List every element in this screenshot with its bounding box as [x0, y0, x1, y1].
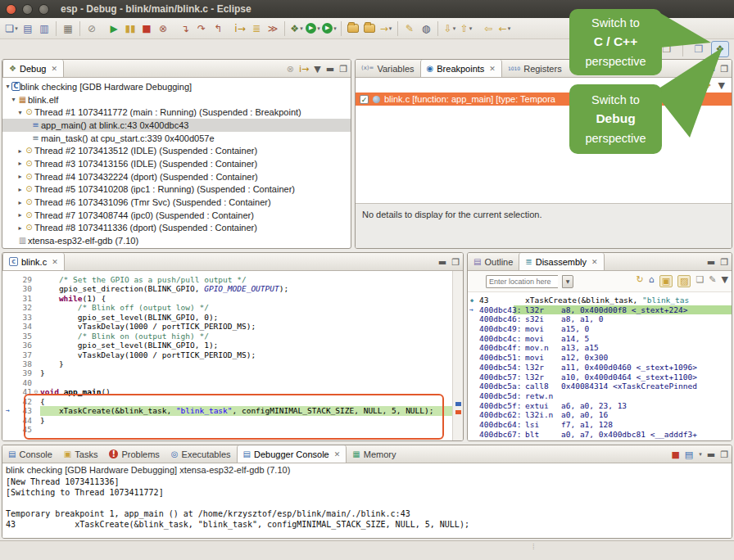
minimize-button[interactable]: ▬	[438, 258, 446, 267]
tab-debug[interactable]: ❖ Debug ✕	[2, 60, 64, 77]
tree-item[interactable]: ▸⊙Thread #3 1073413156 (IDLE) (Suspended…	[2, 157, 351, 170]
tree-expander-icon[interactable]: ▸	[16, 160, 24, 167]
open-element-button[interactable]: ◍	[418, 20, 434, 37]
save-button[interactable]: ▤	[20, 20, 36, 37]
instruction-stepping-mode-button[interactable]: i→	[299, 65, 309, 74]
dropdown-arrow-icon[interactable]: ▾	[453, 25, 456, 32]
display-selected-console-button[interactable]: ▤	[685, 450, 693, 459]
dropdown-arrow-icon[interactable]: ▾	[469, 25, 473, 32]
tree-item[interactable]: ▸⊙Thread #2 1073413512 (IDLE) (Suspended…	[2, 144, 351, 157]
tree-item[interactable]: ▾⊙Thread #1 1073411772 (main : Running) …	[2, 106, 351, 119]
overview-ruler[interactable]	[452, 271, 463, 440]
minimize-button[interactable]: ▬	[326, 65, 334, 74]
tree-expander-icon[interactable]: ▾	[10, 96, 17, 103]
tree-item[interactable]: ▸⊙Thread #5 1073410208 (ipc1 : Running) …	[2, 183, 351, 196]
tree-expander-icon[interactable]: ▸	[16, 199, 24, 206]
maximize-button[interactable]: ❐	[720, 258, 728, 267]
tree-item[interactable]: ≡main_task() at cpu_start.c:339 0x400d05…	[2, 132, 351, 145]
tree-item[interactable]: ▸⊙Thread #4 1073432224 (dport) (Suspende…	[2, 170, 351, 183]
view-menu-button[interactable]: ▼	[722, 275, 728, 287]
console-tab-problems[interactable]: !Problems	[103, 445, 165, 463]
use-step-filters-button[interactable]: ≣	[248, 20, 265, 37]
disasm-tab-outline[interactable]: ▤Outline	[468, 253, 519, 270]
tree-expander-icon[interactable]: ▾	[4, 83, 11, 90]
close-tab-icon[interactable]: ✕	[489, 65, 496, 73]
close-tab-icon[interactable]: ✕	[51, 65, 57, 73]
tree-item[interactable]: ▸⊙Thread #8 1073411336 (dport) (Suspende…	[2, 222, 351, 235]
new-wizard-button[interactable]: ❏▾	[3, 20, 20, 37]
dropdown-arrow-icon[interactable]: ▾	[333, 25, 337, 32]
refresh-button[interactable]: ↻	[636, 275, 643, 287]
console-tab-executables[interactable]: ◎Executables	[165, 445, 237, 463]
next-annotation-button[interactable]: ⇩▾	[442, 20, 458, 37]
fold-icon[interactable]: ⊖	[32, 387, 40, 396]
dropdown-arrow-icon[interactable]: ▾	[508, 25, 511, 32]
minimize-button[interactable]: ▬	[707, 450, 715, 459]
link-with-debug-context-button[interactable]: ▣	[659, 275, 673, 287]
resume-button[interactable]: ▶	[106, 20, 122, 37]
sash-grip[interactable]: ⁞	[532, 543, 535, 551]
tree-item[interactable]: ≡app_main() at blink.c:43 0x400dbc43	[2, 119, 351, 132]
instruction-stepping-button[interactable]: i→	[232, 20, 248, 37]
terminate-console-button[interactable]: ■	[671, 450, 679, 459]
build-button[interactable]: ▦	[60, 20, 76, 37]
external-tools-button[interactable]: ▶▾	[321, 20, 338, 37]
minimize-button[interactable]: ▬	[707, 258, 715, 267]
open-new-view-button[interactable]: ❏	[695, 275, 704, 287]
tree-item[interactable]: ▸⊙Thread #7 1073408744 (ipc0) (Suspended…	[2, 209, 351, 222]
window-minimize-button[interactable]	[22, 4, 33, 15]
breakpoint-checkbox[interactable]: ✓	[360, 95, 369, 104]
tree-item[interactable]: ▾Cblink checking [GDB Hardware Debugging…	[2, 80, 351, 93]
home-button[interactable]: ⌂	[649, 275, 655, 287]
open-folder-button[interactable]	[361, 20, 378, 37]
console-tab-tasks[interactable]: ▣Tasks	[58, 445, 104, 463]
dropdown-arrow-icon[interactable]: ▾	[699, 451, 702, 458]
remove-all-terminated-button[interactable]: ⊗	[287, 65, 294, 74]
save-all-button[interactable]: ▥	[36, 20, 52, 37]
location-input[interactable]	[486, 275, 558, 288]
close-tab-icon[interactable]: ✕	[334, 450, 341, 458]
right-tab-variables[interactable]: (x)=Variables	[356, 60, 420, 77]
search-button[interactable]: ✎	[401, 20, 418, 37]
debug-button[interactable]: ❖▾	[288, 20, 305, 37]
pin-button[interactable]: ✎	[709, 275, 716, 287]
dropdown-arrow-icon[interactable]: ▾	[15, 25, 18, 32]
tree-expander-icon[interactable]: ▾	[16, 109, 24, 116]
console-tab-debugger-console[interactable]: ▤Debugger Console✕	[237, 445, 347, 463]
debugger-console-output[interactable]: blink checking [GDB Hardware Debugging] …	[2, 463, 732, 538]
tree-expander-icon[interactable]: ▸	[16, 224, 24, 232]
close-tab-icon[interactable]: ✕	[52, 258, 58, 266]
tab-blink-c[interactable]: c blink.c ✕	[2, 253, 65, 270]
window-close-button[interactable]	[6, 4, 16, 15]
maximize-button[interactable]: ❐	[720, 450, 728, 459]
previous-annotation-button[interactable]: ⇧▾	[458, 20, 474, 37]
right-tab-registers[interactable]: 1010Registers	[502, 60, 568, 77]
step-into-button[interactable]: ↴	[177, 20, 193, 37]
tree-expander-icon[interactable]: ▸	[16, 211, 24, 219]
console-tab-memory[interactable]: ▦Memory	[347, 445, 401, 463]
code-editor[interactable]: 29 /* Set the GPIO as a push/pull output…	[2, 271, 452, 440]
close-tab-icon[interactable]: ✕	[591, 258, 598, 266]
show-source-button[interactable]: ▨	[677, 275, 691, 287]
dropdown-arrow-icon[interactable]: ▾	[389, 25, 392, 32]
disconnect-button[interactable]: ⊗	[155, 20, 171, 37]
tree-expander-icon[interactable]: ▸	[16, 173, 24, 180]
console-tab-console[interactable]: ▤Console	[2, 445, 58, 463]
last-edit-location-button[interactable]: ⇦	[480, 20, 496, 37]
skip-all-breakpoints-button[interactable]: ⊘	[84, 20, 100, 37]
right-tab-breakpoints[interactable]: ◉Breakpoints✕	[420, 60, 502, 77]
step-mode-button[interactable]: ≫	[265, 20, 281, 37]
run-button[interactable]: ▶▾	[305, 20, 321, 37]
new-folder-button[interactable]	[345, 20, 361, 37]
tree-item[interactable]: ▸⊙Thread #6 1073431096 (Tmr Svc) (Suspen…	[2, 196, 351, 209]
tree-item[interactable]: ▾▦blink.elf	[2, 93, 351, 106]
step-over-button[interactable]: ↷	[193, 20, 210, 37]
launch-button[interactable]: →▾	[378, 20, 394, 37]
back-button[interactable]: ←▾	[496, 20, 513, 37]
dropdown-arrow-icon[interactable]: ▾	[317, 25, 320, 32]
dropdown-arrow-icon[interactable]: ▾	[300, 25, 303, 32]
disasm-tab-disassembly[interactable]: ≣Disassembly✕	[519, 253, 604, 270]
view-menu-button[interactable]: ▼	[314, 65, 320, 74]
location-dropdown[interactable]: ▼	[562, 275, 573, 288]
terminate-button[interactable]: ■	[138, 20, 155, 37]
